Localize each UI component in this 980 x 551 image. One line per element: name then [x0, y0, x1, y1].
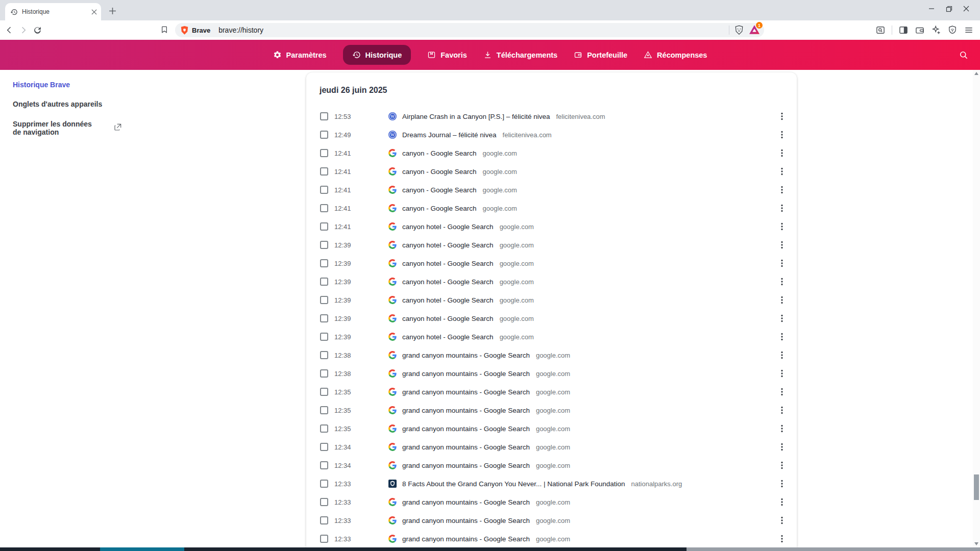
row-checkbox[interactable] [320, 278, 328, 286]
row-checkbox[interactable] [320, 314, 328, 322]
history-link-title[interactable]: grand canyon mountains - Google Search [402, 425, 530, 433]
bookmark-icon[interactable] [160, 24, 169, 35]
sidebar-item-supprimer-donnees[interactable]: Supprimer les données de navigation [13, 120, 102, 136]
nav-item-favoris[interactable]: Favoris [427, 45, 467, 65]
nav-item-portefeuille[interactable]: Portefeuille [574, 45, 627, 65]
more-options-icon[interactable] [781, 186, 783, 194]
sidebar-item-onglets-autres-appareils[interactable]: Onglets d'autres appareils [13, 100, 102, 108]
search-tabs-icon[interactable] [875, 25, 886, 35]
forward-icon[interactable] [18, 25, 29, 35]
search-icon[interactable] [959, 50, 969, 60]
history-link-title[interactable]: canyon hotel - Google Search [402, 315, 494, 322]
shields-lion-icon[interactable] [734, 25, 744, 35]
row-checkbox[interactable] [320, 480, 328, 488]
more-options-icon[interactable] [781, 498, 783, 506]
more-options-icon[interactable] [781, 333, 783, 341]
menu-icon[interactable] [964, 25, 974, 35]
vpn-shield-icon[interactable] [947, 25, 958, 35]
row-checkbox[interactable] [320, 204, 328, 212]
history-link-title[interactable]: 8 Facts About the Grand Canyon You Never… [402, 480, 625, 488]
more-options-icon[interactable] [781, 259, 783, 267]
more-options-icon[interactable] [781, 278, 783, 286]
more-options-icon[interactable] [781, 388, 783, 396]
more-options-icon[interactable] [781, 535, 783, 543]
back-icon[interactable] [4, 25, 14, 35]
history-link-title[interactable]: grand canyon mountains - Google Search [402, 517, 530, 524]
more-options-icon[interactable] [781, 443, 783, 451]
row-checkbox[interactable] [320, 149, 328, 157]
row-checkbox[interactable] [320, 259, 328, 267]
history-link-title[interactable]: grand canyon mountains - Google Search [402, 388, 530, 396]
more-options-icon[interactable] [781, 424, 783, 433]
row-checkbox[interactable] [320, 535, 328, 543]
history-link-title[interactable]: Airplane Crash in a Canyon [P.S.] – féli… [402, 113, 550, 120]
more-options-icon[interactable] [781, 406, 783, 414]
close-window-icon[interactable] [958, 1, 975, 16]
more-options-icon[interactable] [781, 314, 783, 322]
more-options-icon[interactable] [781, 461, 783, 469]
row-checkbox[interactable] [320, 222, 328, 231]
more-options-icon[interactable] [781, 222, 783, 231]
url-text[interactable]: brave://history [218, 26, 729, 34]
history-link-title[interactable]: grand canyon mountains - Google Search [402, 462, 530, 469]
history-link-title[interactable]: grand canyon mountains - Google Search [402, 535, 530, 543]
history-link-title[interactable]: canyon - Google Search [402, 168, 477, 176]
nav-item-recompenses[interactable]: Récompenses [644, 45, 707, 65]
history-link-title[interactable]: grand canyon mountains - Google Search [402, 407, 530, 414]
restore-icon[interactable] [940, 1, 958, 16]
history-link-title[interactable]: grand canyon mountains - Google Search [402, 443, 530, 451]
history-link-title[interactable]: grand canyon mountains - Google Search [402, 370, 530, 378]
row-checkbox[interactable] [320, 461, 328, 469]
row-checkbox[interactable] [320, 351, 328, 359]
scrollbar-thumb[interactable] [974, 474, 979, 500]
nav-item-telechargements[interactable]: Téléchargements [483, 45, 557, 65]
more-options-icon[interactable] [781, 149, 783, 157]
scroll-up-icon[interactable] [974, 72, 978, 75]
history-link-title[interactable]: canyon - Google Search [402, 149, 477, 157]
more-options-icon[interactable] [781, 296, 783, 304]
more-options-icon[interactable] [781, 369, 783, 378]
more-options-icon[interactable] [781, 241, 783, 249]
minimize-icon[interactable] [923, 1, 940, 16]
brave-shields-icon[interactable] [180, 26, 189, 35]
nav-item-historique[interactable]: Historique [343, 45, 411, 65]
row-checkbox[interactable] [320, 516, 328, 524]
history-link-title[interactable]: canyon - Google Search [402, 186, 477, 194]
sidebar-toggle-icon[interactable] [898, 25, 909, 35]
row-checkbox[interactable] [320, 131, 328, 139]
row-checkbox[interactable] [320, 186, 328, 194]
more-options-icon[interactable] [781, 167, 783, 176]
history-link-title[interactable]: canyon - Google Search [402, 205, 477, 212]
row-checkbox[interactable] [320, 167, 328, 176]
close-tab-icon[interactable] [91, 9, 97, 15]
row-checkbox[interactable] [320, 112, 328, 120]
history-link-title[interactable]: canyon hotel - Google Search [402, 241, 494, 249]
history-link-title[interactable]: grand canyon mountains - Google Search [402, 498, 530, 506]
row-checkbox[interactable] [320, 333, 328, 341]
wallet-icon[interactable] [915, 25, 925, 35]
history-link-title[interactable]: canyon hotel - Google Search [402, 260, 494, 267]
history-link-title[interactable]: grand canyon mountains - Google Search [402, 352, 530, 359]
reload-icon[interactable] [33, 26, 42, 35]
row-checkbox[interactable] [320, 443, 328, 451]
leo-ai-icon[interactable] [931, 25, 941, 35]
history-link-title[interactable]: canyon hotel - Google Search [402, 223, 494, 231]
history-link-title[interactable]: Dreams Journal – félicité nivea [402, 131, 497, 139]
address-bar[interactable]: Brave brave://history 1 [175, 23, 764, 37]
new-tab-button[interactable] [106, 5, 118, 17]
row-checkbox[interactable] [320, 296, 328, 304]
tab-historique[interactable]: Historique [5, 3, 101, 20]
more-options-icon[interactable] [781, 204, 783, 212]
nav-item-parametres[interactable]: Paramètres [273, 45, 327, 65]
row-checkbox[interactable] [320, 241, 328, 249]
more-options-icon[interactable] [781, 516, 783, 524]
history-link-title[interactable]: canyon hotel - Google Search [402, 333, 494, 341]
row-checkbox[interactable] [320, 498, 328, 506]
more-options-icon[interactable] [781, 351, 783, 359]
history-link-title[interactable]: canyon hotel - Google Search [402, 296, 494, 304]
row-checkbox[interactable] [320, 406, 328, 414]
history-link-title[interactable]: canyon hotel - Google Search [402, 278, 494, 286]
sidebar-item-historique-brave[interactable]: Historique Brave [13, 81, 70, 89]
more-options-icon[interactable] [781, 112, 783, 120]
row-checkbox[interactable] [320, 388, 328, 396]
